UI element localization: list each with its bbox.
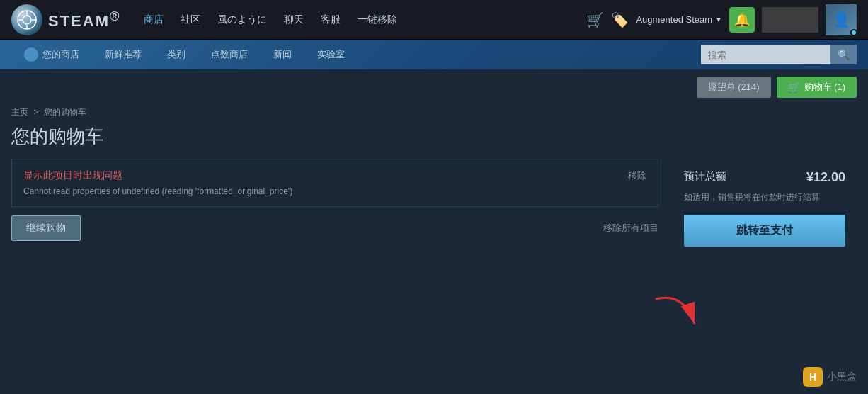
nav-support[interactable]: 客服 — [321, 13, 341, 26]
nav-remove[interactable]: 一键移除 — [358, 13, 397, 26]
nav-store[interactable]: 商店 — [144, 13, 164, 26]
steam-wordmark: STEAM® — [48, 9, 121, 30]
top-bar: STEAM® 商店 社区 風のように 聊天 客服 一键移除 🛒 🏷️ Augme… — [0, 0, 868, 40]
nav-chat[interactable]: 聊天 — [284, 13, 304, 26]
watermark-text: 小黑盒 — [827, 371, 857, 383]
notification-bell-button[interactable]: 🔔 — [729, 7, 755, 33]
error-message: Cannot read properties of undefined (rea… — [23, 186, 292, 196]
error-details: 显示此项目时出现问题 Cannot read properties of und… — [23, 169, 292, 196]
watermark: H 小黑盒 — [803, 367, 857, 387]
top-navigation: 商店 社区 風のように 聊天 客服 一键移除 — [144, 13, 587, 26]
subnav-points-shop[interactable]: 点数商店 — [198, 40, 261, 69]
summary-box: 预计总额 ¥12.00 如适用，销售税将在付款时进行结算 跳转至支付 — [673, 159, 857, 258]
nav-community[interactable]: 社区 — [181, 13, 200, 26]
sub-nav-links: 您的商店 新鲜推荐 类别 点数商店 新闻 实验室 — [11, 40, 701, 69]
online-status-dot — [850, 29, 857, 36]
subnav-new-releases[interactable]: 新鲜推荐 — [92, 40, 154, 69]
cart-bottom-row: 继续购物 移除所有项目 — [11, 215, 658, 241]
summary-label: 预计总额 — [684, 170, 726, 184]
subnav-lab[interactable]: 实验室 — [304, 40, 358, 69]
cart-summary-panel: 预计总额 ¥12.00 如适用，销售税将在付款时进行结算 跳转至支付 — [673, 159, 857, 258]
sub-navigation: 您的商店 新鲜推荐 类别 点数商店 新闻 实验室 🔍 — [0, 40, 868, 69]
checkout-button[interactable]: 跳转至支付 — [684, 215, 845, 247]
augmented-steam-label: Augmented Steam — [636, 14, 712, 25]
cart-wishlist-bar: 愿望单 (214) 🛒 购物车 (1) — [0, 69, 868, 101]
subnav-categories[interactable]: 类别 — [154, 40, 198, 69]
top-cart-icon[interactable]: 🛒 — [586, 11, 604, 28]
user-store-icon — [24, 47, 38, 62]
continue-shopping-button[interactable]: 继续购物 — [11, 215, 81, 241]
nav-wind[interactable]: 風のように — [217, 13, 267, 26]
shopping-cart-button[interactable]: 🛒 购物车 (1) — [777, 77, 857, 98]
remove-all-link[interactable]: 移除所有项目 — [603, 222, 658, 235]
subnav-news[interactable]: 新闻 — [261, 40, 304, 69]
search-button[interactable]: 🔍 — [830, 45, 857, 64]
steam-circle-icon — [11, 4, 42, 35]
steam-logo[interactable]: STEAM® — [11, 4, 121, 35]
watermark-logo: H — [803, 367, 823, 387]
wishlist-button[interactable]: 愿望单 (214) — [697, 77, 771, 98]
cart-left-panel: 显示此项目时出现问题 Cannot read properties of und… — [11, 159, 658, 258]
summary-price: ¥12.00 — [806, 170, 845, 185]
top-right-area: 🛒 🏷️ Augmented Steam ▼ 🔔 👤 — [586, 4, 857, 35]
bell-icon: 🔔 — [734, 12, 750, 28]
remove-item-link[interactable]: 移除 — [628, 169, 646, 182]
content-grid: 显示此项目时出现问题 Cannot read properties of und… — [11, 159, 857, 258]
svg-point-1 — [23, 16, 31, 24]
summary-total-row: 预计总额 ¥12.00 — [684, 170, 845, 185]
username-area — [762, 7, 818, 33]
main-content: 主页 > 您的购物车 您的购物车 显示此项目时出现问题 Cannot read … — [0, 101, 868, 258]
augmented-steam-button[interactable]: Augmented Steam ▼ — [636, 14, 722, 25]
search-area: 🔍 — [701, 45, 857, 64]
breadcrumb-home[interactable]: 主页 — [11, 107, 28, 117]
breadcrumb: 主页 > 您的购物车 — [11, 101, 857, 121]
subnav-your-store[interactable]: 您的商店 — [11, 40, 92, 69]
cart-icon: 🛒 — [788, 81, 800, 93]
breadcrumb-current: 您的购物车 — [44, 107, 86, 117]
search-input[interactable] — [701, 45, 830, 64]
error-title: 显示此项目时出现问题 — [23, 169, 292, 182]
summary-tax-note: 如适用，销售税将在付款时进行结算 — [684, 191, 845, 203]
breadcrumb-separator: > — [33, 107, 38, 117]
page-title: 您的购物车 — [11, 121, 857, 159]
augmented-arrow-icon: ▼ — [715, 16, 722, 23]
top-wishlist-icon[interactable]: 🏷️ — [611, 11, 629, 28]
cart-error-item: 显示此项目时出现问题 Cannot read properties of und… — [11, 159, 658, 207]
avatar[interactable]: 👤 — [826, 4, 857, 35]
arrow-indicator — [649, 292, 705, 337]
search-icon: 🔍 — [838, 49, 850, 60]
